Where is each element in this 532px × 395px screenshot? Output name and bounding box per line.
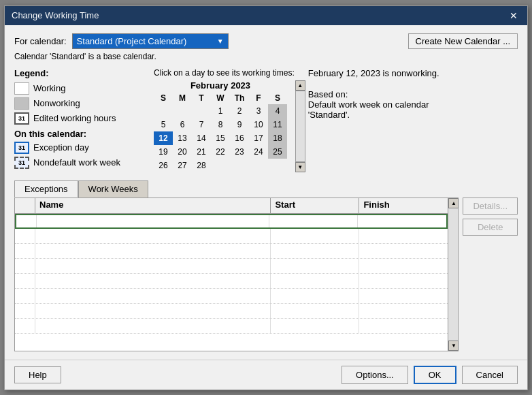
calendar-day[interactable]: 7	[192, 118, 211, 131]
calendar-day[interactable]	[268, 159, 287, 172]
calendar-day[interactable]: 19	[154, 145, 173, 159]
row-name[interactable]	[37, 215, 269, 227]
table-row[interactable]	[15, 304, 448, 319]
calendar-day[interactable]: 1	[211, 104, 230, 118]
row-finish[interactable]	[359, 259, 448, 273]
click-instruction: Click on a day to see its working times:	[154, 68, 295, 78]
table-scroll-down[interactable]: ▼	[448, 341, 459, 351]
delete-button[interactable]: Delete	[463, 219, 518, 236]
calendar-day[interactable]: 25	[268, 145, 287, 159]
row-start[interactable]	[271, 289, 359, 303]
nonworking-info: February 12, 2023 is nonworking.	[308, 68, 518, 78]
row-name[interactable]	[35, 229, 271, 243]
row-start[interactable]	[271, 259, 359, 273]
row-checkbox	[15, 319, 35, 333]
based-on-section: Based on: Default work week on calendar'…	[308, 89, 518, 120]
table-row[interactable]	[15, 244, 448, 259]
nonworking-label: Nonworking	[33, 98, 80, 108]
table-row[interactable]	[15, 319, 448, 334]
info-section: February 12, 2023 is nonworking. Based o…	[301, 68, 518, 172]
exception-box: 31	[14, 142, 29, 154]
legend-item-exception: 31 Exception day	[14, 142, 147, 154]
row-name[interactable]	[35, 304, 271, 318]
calendar-day[interactable]	[211, 159, 230, 172]
calendar-day[interactable]: 5	[154, 118, 173, 131]
calendar-day[interactable]: 11	[268, 118, 287, 131]
calendar-scroll-down[interactable]: ▼	[295, 162, 305, 172]
calendar-day[interactable]: 15	[211, 131, 230, 145]
calendar-day[interactable]: 20	[173, 145, 192, 159]
table-row[interactable]	[15, 274, 448, 289]
table-scroll-up[interactable]: ▲	[448, 198, 459, 208]
calendar-day[interactable]: 8	[211, 118, 230, 131]
table-scroll-track	[448, 208, 458, 341]
top-row: For calendar: Standard (Project Calendar…	[14, 33, 518, 49]
row-checkbox	[15, 244, 35, 258]
tab-exceptions[interactable]: Exceptions	[14, 180, 78, 198]
table-row[interactable]	[15, 259, 448, 274]
calendar-day[interactable]: 9	[230, 118, 249, 131]
row-name[interactable]	[35, 259, 271, 273]
cancel-button[interactable]: Cancel	[462, 366, 518, 384]
calendar-day[interactable]: 14	[192, 131, 211, 145]
row-finish[interactable]	[358, 215, 446, 227]
calendar-day[interactable]: 27	[173, 159, 192, 172]
ok-button[interactable]: OK	[414, 366, 456, 384]
calendar-day[interactable]	[173, 104, 192, 118]
calendar-scroll-up[interactable]: ▲	[295, 80, 305, 91]
table-row[interactable]	[15, 229, 448, 244]
table-row[interactable]	[15, 289, 448, 304]
row-start[interactable]	[269, 215, 358, 227]
calendar-day[interactable]: 17	[249, 131, 268, 145]
tab-work-weeks[interactable]: Work Weeks	[78, 180, 148, 198]
row-start[interactable]	[271, 304, 359, 318]
row-name[interactable]	[35, 289, 271, 303]
calendar-day[interactable]: 4	[268, 104, 287, 118]
legend-item-nondefault: 31 Nondefault work week	[14, 157, 147, 169]
row-start[interactable]	[271, 229, 359, 243]
nonworking-box	[14, 97, 29, 110]
calendar-day[interactable]: 28	[192, 159, 211, 172]
calendar-day[interactable]: 10	[249, 118, 268, 131]
row-finish[interactable]	[359, 229, 448, 243]
calendar-day[interactable]: 6	[173, 118, 192, 131]
row-finish[interactable]	[359, 244, 448, 258]
details-button[interactable]: Details...	[463, 198, 518, 215]
create-new-calendar-button[interactable]: Create New Calendar ...	[408, 33, 518, 49]
row-finish[interactable]	[359, 289, 448, 303]
calendar-day[interactable]: 2	[230, 104, 249, 118]
calendar-header-row: S M T W Th F S	[154, 92, 287, 104]
row-finish[interactable]	[359, 274, 448, 288]
calendar-select[interactable]: Standard (Project Calendar) ▼	[72, 33, 229, 49]
row-name[interactable]	[35, 274, 271, 288]
calendar-day[interactable]	[154, 104, 173, 118]
calendar-day[interactable]: 23	[230, 145, 249, 159]
help-button[interactable]: Help	[14, 366, 61, 383]
calendar-day-selected[interactable]: 12	[154, 131, 173, 145]
calendar-wrapper: February 2023 S M T W Th F S	[154, 80, 295, 172]
row-finish[interactable]	[359, 304, 448, 318]
calendar-day[interactable]: 3	[249, 104, 268, 118]
calendar-day[interactable]: 18	[268, 131, 287, 145]
calendar-day[interactable]: 16	[230, 131, 249, 145]
day-header-f: F	[249, 92, 268, 104]
calendar-day[interactable]: 26	[154, 159, 173, 172]
calendar-day[interactable]: 22	[211, 145, 230, 159]
close-button[interactable]: ✕	[507, 10, 520, 21]
row-start[interactable]	[271, 244, 359, 258]
calendar-day[interactable]	[192, 104, 211, 118]
calendar-day[interactable]	[249, 159, 268, 172]
calendar-day[interactable]	[230, 159, 249, 172]
calendar-day[interactable]: 21	[192, 145, 211, 159]
title-bar: Change Working Time ✕	[5, 6, 527, 25]
calendar-day[interactable]: 24	[249, 145, 268, 159]
row-start[interactable]	[271, 274, 359, 288]
row-checkbox	[15, 259, 35, 273]
options-button[interactable]: Options...	[342, 366, 408, 384]
row-start[interactable]	[271, 319, 359, 333]
row-finish[interactable]	[359, 319, 448, 333]
table-row[interactable]	[15, 214, 448, 229]
row-name[interactable]	[35, 244, 271, 258]
row-name[interactable]	[35, 319, 271, 333]
calendar-day[interactable]: 13	[173, 131, 192, 145]
